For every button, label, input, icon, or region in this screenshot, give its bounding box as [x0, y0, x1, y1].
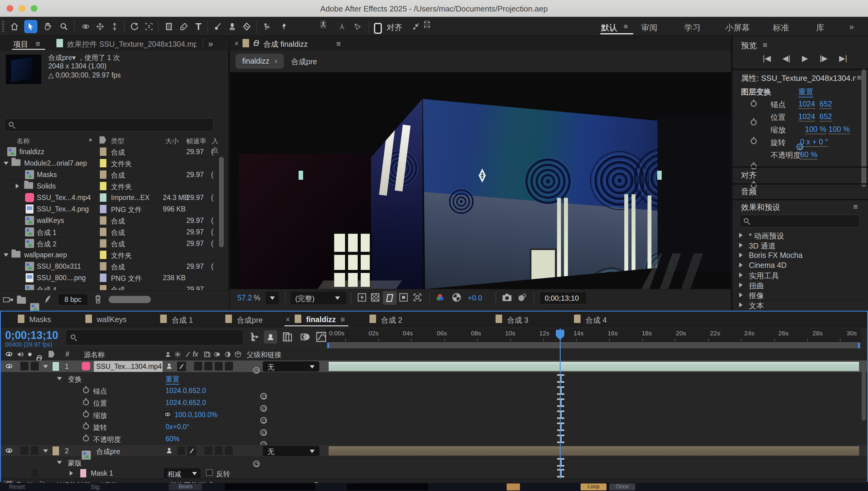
- resolution-dropdown[interactable]: (完整): [290, 292, 346, 304]
- parent-dropdown[interactable]: 无: [263, 446, 319, 456]
- tab-composition-finaldizz[interactable]: 合成 finaldizz: [263, 39, 308, 49]
- twirl-open-icon[interactable]: [4, 253, 8, 257]
- snapshot-camera-icon[interactable]: [502, 293, 512, 303]
- transform-group-row[interactable]: 变换 重置: [1, 373, 867, 384]
- scale-row[interactable]: 缩放 100.0,100.0%: [1, 409, 867, 421]
- zoom-value[interactable]: 57.2: [237, 293, 252, 302]
- label-chip[interactable]: [99, 239, 107, 248]
- brush-tool-icon[interactable]: [211, 20, 224, 33]
- scale-value[interactable]: 100.0,100.0%: [175, 411, 218, 419]
- current-timecode[interactable]: 0;00;13;10: [5, 329, 58, 342]
- snap-label[interactable]: 对齐: [387, 22, 402, 33]
- new-folder-icon[interactable]: [17, 297, 26, 304]
- horizontal-scrollbar[interactable]: [109, 296, 151, 303]
- anchor-y-value[interactable]: 652: [819, 99, 832, 109]
- mask-mode-dropdown[interactable]: 相减: [164, 468, 201, 478]
- project-scrollbar[interactable]: [219, 157, 224, 247]
- switch-box[interactable]: [204, 446, 213, 455]
- label-column-icon[interactable]: [99, 136, 106, 144]
- rectangle-tool-icon[interactable]: [162, 20, 176, 33]
- sort-ascending-icon[interactable]: ▲: [88, 137, 93, 142]
- audio-toggle[interactable]: [20, 362, 29, 371]
- panel-overflow-icon[interactable]: »: [208, 38, 213, 49]
- twirl-open-icon[interactable]: [4, 162, 8, 165]
- first-frame-button[interactable]: |◀: [763, 54, 771, 63]
- workspace-tab-small-screen[interactable]: 小屏幕: [725, 22, 750, 33]
- exposure-value[interactable]: +0.0: [468, 294, 482, 302]
- parent-dropdown[interactable]: 无: [263, 361, 319, 372]
- close-tab-icon[interactable]: ×: [234, 39, 239, 48]
- time-ruler[interactable]: 0:00s02s04s06s08s10s12s14s16s18s20s22s24…: [327, 328, 861, 342]
- label-chip[interactable]: [99, 285, 107, 290]
- frame-blend-switch-icon[interactable]: [204, 351, 211, 359]
- transparency-grid-icon[interactable]: [371, 293, 380, 304]
- mask-color-chip[interactable]: [80, 469, 87, 478]
- project-row[interactable]: wallKeys 合成 29.97 (: [0, 215, 223, 226]
- toolbar-grip[interactable]: [2, 21, 4, 32]
- previous-frame-button[interactable]: ◀|: [782, 54, 790, 63]
- effects-group[interactable]: Cinema 4D: [737, 260, 865, 270]
- mini-flowchart-icon[interactable]: [249, 331, 260, 344]
- project-row[interactable]: SSU_800x311 合成 29.97 (: [0, 261, 223, 272]
- collapse-switch-icon[interactable]: [174, 351, 181, 359]
- video-column-icon[interactable]: [6, 352, 12, 356]
- position-y-value[interactable]: 652: [819, 112, 832, 121]
- solo-toggle[interactable]: [30, 362, 39, 371]
- anchor-value[interactable]: 1024.0,652.0: [166, 387, 206, 395]
- number-column[interactable]: #: [65, 350, 69, 358]
- effects-group[interactable]: Boris FX Mocha: [737, 250, 865, 260]
- quality-switch-icon[interactable]: [184, 351, 192, 359]
- switch-box[interactable]: [214, 446, 223, 455]
- rotation-value[interactable]: 0x+0.0°: [166, 423, 190, 431]
- twirl-open-icon[interactable]: [43, 450, 48, 453]
- crop-comp-icon[interactable]: [413, 293, 422, 304]
- pan-camera-tool-icon[interactable]: [93, 20, 107, 33]
- opacity-value[interactable]: 60 %: [800, 150, 817, 160]
- selection-tool-icon[interactable]: [24, 20, 37, 33]
- timeline-tab-comppre[interactable]: 合成pre: [237, 315, 263, 325]
- zoom-tool-icon[interactable]: [57, 20, 70, 33]
- mask-invert-checkbox[interactable]: [206, 469, 213, 476]
- position-stopwatch-icon[interactable]: [751, 119, 757, 125]
- effects-group[interactable]: 抠像: [737, 290, 865, 300]
- project-panel-menu-icon[interactable]: ≡: [36, 39, 40, 49]
- position-x-value[interactable]: 1024: [798, 112, 815, 121]
- next-frame-button[interactable]: |▶: [819, 54, 828, 63]
- shy-toggle-icon[interactable]: [165, 447, 173, 456]
- transform-reset-link[interactable]: 重置: [166, 375, 179, 384]
- twirl-closed-icon[interactable]: [16, 184, 19, 189]
- properties-panel-title[interactable]: 属性: SSU_Texture_2048x1304.mp: [741, 73, 856, 84]
- project-row[interactable]: 合成 4 合成 29.97: [0, 284, 223, 290]
- layer2-duration-bar[interactable]: [328, 446, 859, 456]
- roto-brush-tool-icon[interactable]: [260, 20, 273, 33]
- workspace-tab-default[interactable]: 默认: [601, 22, 617, 33]
- label-chip[interactable]: [99, 147, 107, 156]
- shy-switch-icon[interactable]: [164, 351, 172, 359]
- timeline-search-input[interactable]: [65, 330, 243, 345]
- 3d-switch-icon[interactable]: [234, 351, 241, 359]
- clone-stamp-tool-icon[interactable]: [226, 20, 239, 33]
- mask-name[interactable]: Mask 1: [91, 469, 113, 478]
- mask-invert-label[interactable]: 反转: [216, 469, 230, 479]
- motion-blur-switch-icon[interactable]: [214, 351, 221, 359]
- timeline-tab-menu-icon[interactable]: ≡: [341, 315, 345, 324]
- mask-visibility-chip[interactable]: [383, 291, 397, 305]
- project-search-input[interactable]: [4, 118, 213, 132]
- align-panel-title[interactable]: 对齐: [741, 170, 757, 181]
- close-tab-icon[interactable]: ×: [286, 315, 290, 324]
- last-frame-button[interactable]: ▶|: [839, 54, 847, 63]
- preview-panel-menu-icon[interactable]: ≡: [763, 40, 767, 50]
- label-chip[interactable]: [99, 250, 107, 259]
- shy-toggle-icon[interactable]: [165, 362, 173, 371]
- label-chip[interactable]: [99, 193, 107, 202]
- label-column-icon[interactable]: [49, 351, 55, 357]
- label-chip[interactable]: [99, 262, 107, 271]
- selection-handle-right[interactable]: [657, 171, 662, 180]
- tab-project[interactable]: 项目: [13, 39, 28, 49]
- label-chip[interactable]: [99, 158, 107, 168]
- zoom-dropdown[interactable]: [266, 292, 279, 304]
- position-value[interactable]: 1024.0,652.0: [166, 399, 206, 407]
- opacity-stopwatch-icon[interactable]: [83, 435, 89, 441]
- timeline-tab-comp2[interactable]: 合成 2: [381, 315, 402, 325]
- layer-name[interactable]: 合成pre: [96, 447, 120, 456]
